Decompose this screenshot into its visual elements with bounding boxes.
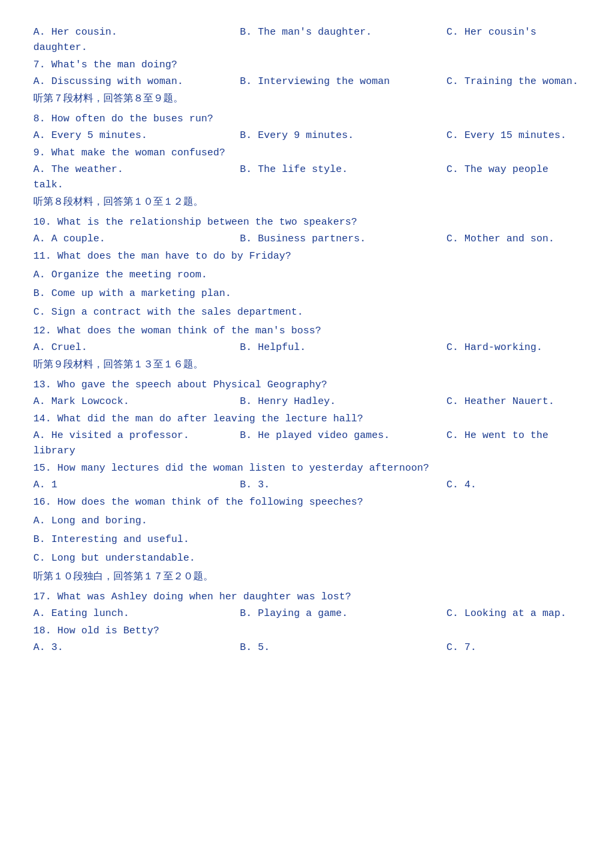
option-c: C. Hard-working. [446, 342, 580, 353]
option-c: C. Every 15 minutes. [446, 130, 580, 141]
options-row: A. Every 5 minutes.B. Every 9 minutes.C.… [33, 130, 580, 141]
option-b: B. Every 9 minutes. [240, 130, 446, 141]
options-row: A. Eating lunch.B. Playing a game.C. Loo… [33, 608, 580, 619]
options-row: A. 1B. 3.C. 4. [33, 479, 580, 491]
section-header: 听第１０段独白，回答第１７至２０题。 [33, 569, 580, 585]
question-text: 16. How does the woman think of the foll… [33, 495, 580, 511]
option-a: A. Discussing with woman. [33, 76, 240, 87]
option-a: A. Cruel. [33, 342, 240, 353]
option-a: A. He visited a professor. [33, 430, 240, 441]
options-row: A. Cruel.B. Helpful.C. Hard-working. [33, 342, 580, 353]
question-text: 18. How old is Betty? [33, 623, 580, 639]
options-row: A. Her cousin.B. The man's daughter.C. H… [33, 27, 580, 38]
sub-option: B. Interesting and useful. [33, 532, 580, 548]
option-c: C. 4. [446, 479, 580, 491]
options-row: A. 3.B. 5.C. 7. [33, 642, 580, 653]
question-text: 9. What make the woman confused? [33, 145, 580, 161]
wrap-text: talk. [33, 179, 580, 191]
option-a: A. A couple. [33, 233, 240, 245]
option-c: C. Training the woman. [446, 76, 580, 87]
question-text: 8. How often do the buses run? [33, 111, 580, 127]
option-c: C. Looking at a map. [446, 608, 580, 619]
question-text: 15. How many lectures did the woman list… [33, 461, 580, 477]
option-b: B. 3. [240, 479, 446, 491]
question-text: 14. What did the man do after leaving th… [33, 411, 580, 427]
section-header: 听第８段材料，回答第１０至１２题。 [33, 195, 580, 211]
wrap-text: daughter. [33, 42, 580, 53]
question-text: 13. Who gave the speech about Physical G… [33, 377, 580, 393]
option-a: A. 1 [33, 479, 240, 491]
sub-option: B. Come up with a marketing plan. [33, 286, 580, 302]
option-c: C. 7. [446, 642, 580, 653]
sub-option: C. Sign a contract with the sales depart… [33, 305, 580, 321]
option-b: B. 5. [240, 642, 446, 653]
option-c: C. Heather Nauert. [446, 396, 580, 407]
section-header: 听第９段材料，回答第１３至１６题。 [33, 357, 580, 373]
question-text: 11. What does the man have to do by Frid… [33, 249, 580, 265]
options-row: A. The weather.B. The life style.C. The … [33, 164, 580, 175]
options-row: A. Mark Lowcock.B. Henry Hadley.C. Heath… [33, 396, 580, 407]
options-row: A. He visited a professor.B. He played v… [33, 430, 580, 441]
option-b: B. Helpful. [240, 342, 446, 353]
section-header: 听第７段材料，回答第８至９题。 [33, 91, 580, 107]
option-a: A. Every 5 minutes. [33, 130, 240, 141]
option-b: B. Business partners. [240, 233, 446, 245]
question-text: 10. What is the relationship between the… [33, 215, 580, 231]
options-row: A. Discussing with woman.B. Interviewing… [33, 76, 580, 87]
main-content: A. Her cousin.B. The man's daughter.C. H… [33, 27, 580, 653]
option-b: B. He played video games. [240, 430, 446, 441]
question-text: 12. What does the woman think of the man… [33, 323, 580, 339]
option-c: C. He went to the [446, 430, 580, 441]
option-b: B. The life style. [240, 164, 446, 175]
sub-option: A. Organize the meeting room. [33, 267, 580, 283]
options-row: A. A couple.B. Business partners.C. Moth… [33, 233, 580, 245]
sub-option: A. Long and boring. [33, 513, 580, 529]
option-c: C. The way people [446, 164, 580, 175]
option-a: A. The weather. [33, 164, 240, 175]
wrap-text: library [33, 445, 580, 457]
option-b: B. Interviewing the woman [240, 76, 446, 87]
option-c: C. Her cousin's [446, 27, 580, 38]
option-c: C. Mother and son. [446, 233, 580, 245]
option-a: A. Her cousin. [33, 27, 240, 38]
option-a: A. Eating lunch. [33, 608, 240, 619]
option-a: A. 3. [33, 642, 240, 653]
question-text: 7. What's the man doing? [33, 57, 580, 73]
option-a: A. Mark Lowcock. [33, 396, 240, 407]
question-text: 17. What was Ashley doing when her daugh… [33, 589, 580, 605]
option-b: B. Henry Hadley. [240, 396, 446, 407]
sub-option: C. Long but understandable. [33, 551, 580, 567]
option-b: B. The man's daughter. [240, 27, 446, 38]
option-b: B. Playing a game. [240, 608, 446, 619]
